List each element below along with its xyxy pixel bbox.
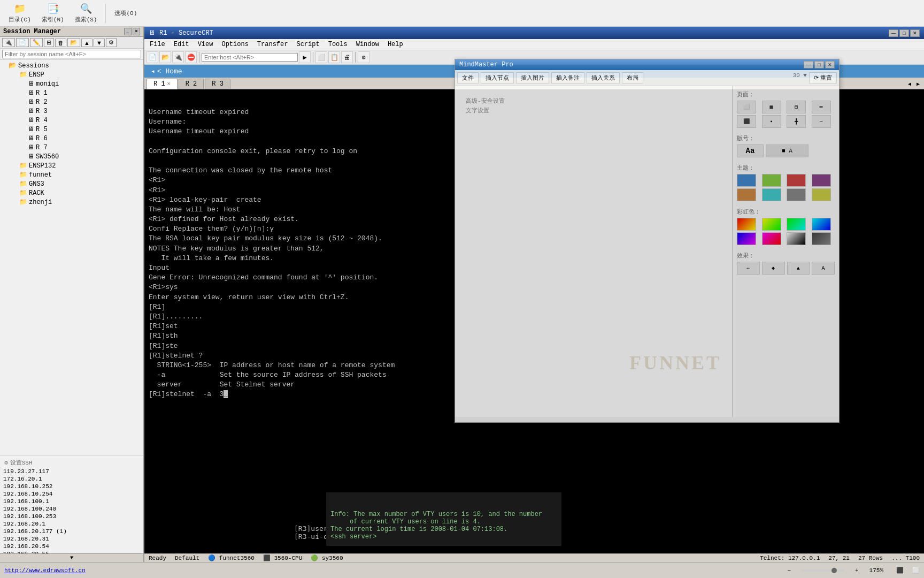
minimize-btn[interactable]: — [889, 29, 898, 37]
tree-item-r6[interactable]: 🖥 R 6 [17, 134, 143, 143]
mm-rainbow3[interactable] [787, 218, 806, 231]
sm-btn-delete[interactable]: 🗑 [55, 39, 66, 47]
tree-item-moniqi[interactable]: 🖥 moniqi [17, 79, 143, 88]
tab-r3[interactable]: R 3 [205, 79, 230, 89]
sm-btn-edit[interactable]: ✏️ [30, 38, 43, 47]
mm-effect4[interactable]: A [812, 262, 835, 275]
tab-scroll-left[interactable]: ◀ [906, 79, 913, 89]
zoom-in-btn[interactable]: + [855, 567, 859, 574]
mm-effect3[interactable]: ▲ [787, 262, 810, 275]
tree-node-ensp[interactable]: 📁 ENSP [11, 70, 143, 79]
tree-item-r2[interactable]: 🖥 R 2 [17, 97, 143, 107]
mm-close[interactable]: ✕ [825, 61, 835, 69]
tree-item-r1[interactable]: 🖥 R 1 [17, 88, 143, 97]
ip-list-item[interactable]: 192.168.10.254 [2, 490, 141, 498]
tree-node-ensp132[interactable]: 📁 ENSP132 [11, 161, 143, 170]
tree-node-funnet[interactable]: 📁 funnet [11, 170, 143, 179]
mm-page-opt2[interactable]: ▦ [762, 101, 781, 113]
sm-btn-clone[interactable]: ⊞ [44, 38, 54, 47]
tb-go[interactable]: ▶ [299, 51, 311, 63]
maximize-btn[interactable]: □ [899, 29, 909, 37]
menu-help[interactable]: Help [384, 40, 406, 49]
taskbar-btn-search[interactable]: 🔍 搜索(S) [71, 1, 102, 26]
sm-minimize-btn[interactable]: _ [124, 28, 132, 35]
tb-new[interactable]: 📄 [147, 51, 158, 63]
mm-rainbow2[interactable] [762, 218, 781, 231]
options-menu[interactable]: 选项(O) [110, 9, 141, 17]
mm-theme-gray[interactable] [787, 188, 806, 201]
ip-list-item[interactable]: 192.168.100.1 [2, 498, 141, 505]
mm-page-opt5[interactable]: ⬛ [737, 115, 756, 128]
tb-print[interactable]: 🖨 [341, 51, 353, 63]
menu-edit[interactable]: Edit [171, 40, 192, 49]
sm-close-btn[interactable]: × [133, 28, 140, 35]
tb-disconnect[interactable]: ⛔ [185, 51, 197, 63]
mm-theme-green[interactable] [762, 174, 781, 187]
mm-theme-orange[interactable] [737, 188, 756, 201]
tree-node-gns3[interactable]: 📁 GNS3 [11, 179, 143, 188]
mm-theme-blue[interactable] [737, 174, 756, 187]
fit-width-btn[interactable]: ⬛ [896, 567, 904, 574]
menu-view[interactable]: View [195, 40, 217, 49]
sm-btn-down[interactable]: ▼ [94, 39, 105, 47]
mm-rainbow1[interactable] [737, 218, 756, 231]
mm-rainbow5[interactable] [737, 232, 756, 245]
tree-item-r5[interactable]: 🖥 R 5 [17, 125, 143, 134]
host-input[interactable] [202, 53, 298, 62]
mm-btn-insert[interactable]: 插入节点 [481, 72, 514, 83]
ip-list-item[interactable]: 192.168.20.54 [2, 543, 141, 550]
ip-list-item[interactable]: 192.168.20.177 (1) [2, 528, 141, 535]
mm-btn-file[interactable]: 文件 [457, 72, 479, 83]
tab-r1[interactable]: R 1 × [147, 79, 178, 89]
mm-maximize[interactable]: □ [814, 61, 824, 69]
tree-item-sw3560[interactable]: 🖥 SW3560 [17, 152, 143, 161]
menu-window[interactable]: Window [353, 40, 382, 49]
mm-page-opt4[interactable]: ━ [812, 101, 831, 113]
mm-btn-image[interactable]: 插入图片 [516, 72, 549, 83]
mm-rainbow4[interactable] [812, 218, 831, 231]
sm-btn-folder[interactable]: 📂 [67, 38, 80, 47]
ip-list-item[interactable]: 192.168.100.240 [2, 505, 141, 513]
ip-list-item[interactable]: 119.23.27.117 [2, 468, 141, 475]
tab-r1-close[interactable]: × [167, 81, 171, 87]
mm-page-opt7[interactable]: ╋ [787, 115, 806, 128]
tab-r2[interactable]: R 2 [179, 79, 204, 89]
mm-btn-more[interactable]: 插入关系 [587, 72, 620, 83]
sm-btn-up[interactable]: ▲ [81, 39, 93, 47]
tree-item-r7[interactable]: 🖥 R 7 [17, 143, 143, 152]
tree-node-rack[interactable]: 📁 RACK [11, 188, 143, 197]
mm-text-opt-aa[interactable]: Aa [737, 144, 764, 157]
mm-rainbow6[interactable] [762, 232, 781, 245]
zoom-out-btn[interactable]: − [787, 567, 791, 574]
sm-btn-new[interactable]: 📄 [16, 38, 29, 47]
mm-btn-note[interactable]: 插入备注 [551, 72, 584, 83]
mm-rainbow8[interactable] [812, 232, 831, 245]
tb-settings[interactable]: ⚙ [358, 51, 369, 63]
menu-script[interactable]: Script [293, 40, 322, 49]
ip-list-item[interactable]: 192.168.20.1 [2, 520, 141, 528]
tb-copy[interactable]: ⬜ [315, 51, 327, 63]
sm-btn-connect[interactable]: 🔌 [2, 38, 15, 47]
tree-item-r4[interactable]: 🖥 R 4 [17, 116, 143, 125]
ip-list-item[interactable]: 192.168.100.253 [2, 513, 141, 520]
mindmaster-main-canvas[interactable]: FUNNET 高级-安全设置 文字设置 [455, 86, 732, 417]
mm-theme-cyan[interactable] [762, 188, 781, 201]
mm-page-opt3[interactable]: ⊞ [787, 101, 806, 113]
menu-transfer[interactable]: Transfer [254, 40, 291, 49]
mm-theme-yellow[interactable] [812, 188, 831, 201]
mm-theme-purple[interactable] [812, 174, 831, 187]
ip-list-item[interactable]: 172.16.20.1 [2, 475, 141, 483]
menu-options[interactable]: Options [218, 40, 251, 49]
tb-connect[interactable]: 🔌 [172, 51, 184, 63]
mm-btn-refresh[interactable]: ⟳ 重置 [809, 72, 837, 83]
menu-tools[interactable]: Tools [325, 40, 351, 49]
session-filter-input[interactable] [2, 50, 141, 58]
mm-effect2[interactable]: ◆ [762, 262, 785, 275]
tree-item-r3[interactable]: 🖥 R 3 [17, 107, 143, 116]
menu-file[interactable]: File [147, 40, 168, 49]
tb-open[interactable]: 📂 [159, 51, 171, 63]
taskbar-btn-index[interactable]: 📑 索引(N) [37, 1, 68, 26]
ip-list-item[interactable]: 192.168.10.252 [2, 483, 141, 490]
mm-btn-layout[interactable]: 布局 [622, 72, 643, 83]
home-link[interactable]: ◂ < Home [151, 67, 182, 75]
